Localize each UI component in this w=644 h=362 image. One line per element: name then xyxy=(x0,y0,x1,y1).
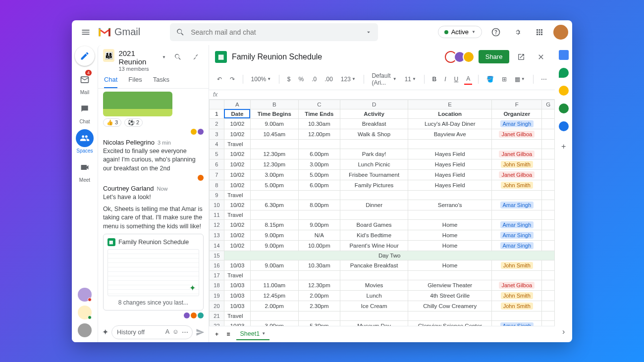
row-header[interactable]: 11 xyxy=(209,210,224,219)
contact-avatar[interactable] xyxy=(78,323,92,337)
cell[interactable]: Museum Day xyxy=(340,320,408,326)
reaction-soccer[interactable]: ⚽ 2 xyxy=(124,118,143,127)
search-in-space-button[interactable] xyxy=(170,49,186,65)
cell[interactable]: Day Two xyxy=(224,251,555,260)
rail-mail[interactable]: 4 Mail xyxy=(76,71,94,95)
italic-button[interactable]: I xyxy=(442,74,448,84)
formula-bar[interactable]: fx xyxy=(209,90,555,100)
cell[interactable]: 10/03 xyxy=(224,290,250,301)
row-header[interactable]: 16 xyxy=(209,260,224,270)
settings-button[interactable] xyxy=(510,24,526,40)
rail-meet[interactable]: Meet xyxy=(76,158,94,183)
undo-button[interactable]: ↶ xyxy=(215,74,224,84)
inc-button[interactable]: .00 xyxy=(322,74,335,84)
cell[interactable]: Janet Gilboa xyxy=(492,149,542,159)
cell[interactable]: 12.30pm xyxy=(250,149,298,159)
col-header[interactable]: E xyxy=(408,100,492,109)
format-icon[interactable]: A xyxy=(165,328,169,336)
cell[interactable]: N/A xyxy=(298,230,340,240)
cell[interactable]: Bayview Ave xyxy=(408,129,492,139)
send-button[interactable] xyxy=(196,328,205,337)
row-header[interactable]: 12 xyxy=(209,219,224,230)
keep-icon[interactable] xyxy=(559,68,569,78)
cell[interactable]: 9.00pm xyxy=(298,219,340,230)
addon-icon[interactable] xyxy=(559,121,569,131)
row-header[interactable]: 9 xyxy=(209,190,224,200)
cell[interactable]: Chilly Cow Creamery xyxy=(408,301,492,311)
compose-button[interactable] xyxy=(75,46,95,66)
collaborator-avatars[interactable] xyxy=(448,51,475,63)
cell[interactable]: 10/02 xyxy=(224,149,250,159)
cell[interactable]: John Smith xyxy=(492,290,542,301)
cell[interactable]: Amar Singh xyxy=(492,320,542,326)
cell[interactable]: 10/02 xyxy=(224,159,250,169)
cell[interactable]: John Smith xyxy=(492,180,542,190)
cell[interactable]: 6.00pm xyxy=(298,180,340,190)
add-addon-button[interactable]: + xyxy=(561,142,566,151)
cell[interactable]: Lunch xyxy=(340,290,408,301)
cell[interactable]: 10/03 xyxy=(224,260,250,270)
cell[interactable]: Home xyxy=(408,219,492,230)
cell[interactable]: Hayes Field xyxy=(408,149,492,159)
hide-panel-button[interactable]: › xyxy=(562,327,565,336)
more-button[interactable]: ⋯ xyxy=(539,74,549,84)
cell[interactable]: 12.00pm xyxy=(298,129,340,139)
cell[interactable]: 3.00pm xyxy=(298,159,340,169)
cell[interactable]: Janet Gilboa xyxy=(492,280,542,290)
cell[interactable]: 11.00am xyxy=(250,280,298,290)
more-icon[interactable]: ⋯ xyxy=(182,328,188,336)
cell[interactable]: 12.30pm xyxy=(250,159,298,169)
image-attachment[interactable] xyxy=(103,92,172,116)
rail-spaces[interactable]: Spaces xyxy=(76,129,94,154)
row-header[interactable]: 13 xyxy=(209,230,224,240)
open-new-button[interactable] xyxy=(513,49,529,65)
fontsize-select[interactable]: 11 ▼ xyxy=(403,74,418,84)
cell[interactable]: 3.00pm xyxy=(250,169,298,180)
cell[interactable]: 5.30pm xyxy=(298,320,340,326)
cell[interactable]: Time Ends xyxy=(298,109,340,118)
row-header[interactable]: 17 xyxy=(209,270,224,280)
cell[interactable]: Glenview Science Center xyxy=(408,320,492,326)
numfmt-button[interactable]: 123▼ xyxy=(339,74,358,84)
smart-compose-icon[interactable]: ✦ xyxy=(102,327,108,337)
row-header[interactable]: 6 xyxy=(209,159,224,169)
cell[interactable]: Travel xyxy=(224,311,250,320)
col-header[interactable]: C xyxy=(298,100,340,109)
row-header[interactable]: 20 xyxy=(209,301,224,311)
contact-avatar[interactable] xyxy=(78,288,92,302)
spreadsheet-grid[interactable]: ABCDEFG1DateTime BeginsTime EndsActivity… xyxy=(209,100,555,326)
font-select[interactable]: Default (Ari... ▼ xyxy=(370,71,398,88)
cell[interactable]: Ice Cream xyxy=(340,301,408,311)
cell[interactable]: Walk & Shop xyxy=(340,129,408,139)
account-avatar[interactable] xyxy=(553,25,568,40)
help-button[interactable] xyxy=(488,24,504,40)
percent-button[interactable]: % xyxy=(296,74,306,84)
rail-chat[interactable]: Chat xyxy=(76,100,94,124)
cell[interactable]: 2.30pm xyxy=(298,301,340,311)
add-sheet-button[interactable]: + xyxy=(213,329,220,339)
cell[interactable]: Amar Singh xyxy=(492,230,542,240)
col-header[interactable]: G xyxy=(542,100,555,109)
row-header[interactable]: 2 xyxy=(209,118,224,129)
calendar-icon[interactable] xyxy=(559,50,569,60)
chevron-down-icon[interactable] xyxy=(365,29,372,36)
cell[interactable]: John Smith xyxy=(492,159,542,169)
cell[interactable]: Hayes Field xyxy=(408,159,492,169)
cell[interactable]: 5.00pm xyxy=(250,180,298,190)
cell[interactable]: Park day! xyxy=(340,149,408,159)
cell[interactable]: Home xyxy=(408,260,492,270)
row-header[interactable]: 8 xyxy=(209,180,224,190)
emoji-icon[interactable]: ☺ xyxy=(172,328,179,336)
underline-button[interactable]: U xyxy=(452,74,461,84)
cell[interactable]: Frisbee Tournament xyxy=(340,169,408,180)
textcolor-button[interactable]: A xyxy=(464,74,472,85)
close-button[interactable] xyxy=(533,49,549,65)
cell[interactable]: Pancake Breakfast xyxy=(340,260,408,270)
status-chip[interactable]: Active ▼ xyxy=(438,26,482,38)
cell[interactable]: Serrano's xyxy=(408,200,492,210)
cell[interactable]: 5.00pm xyxy=(298,169,340,180)
row-header[interactable]: 21 xyxy=(209,311,224,320)
cell[interactable]: 8.00pm xyxy=(298,200,340,210)
collapse-button[interactable] xyxy=(188,49,204,65)
row-header[interactable]: 1 xyxy=(209,109,224,118)
